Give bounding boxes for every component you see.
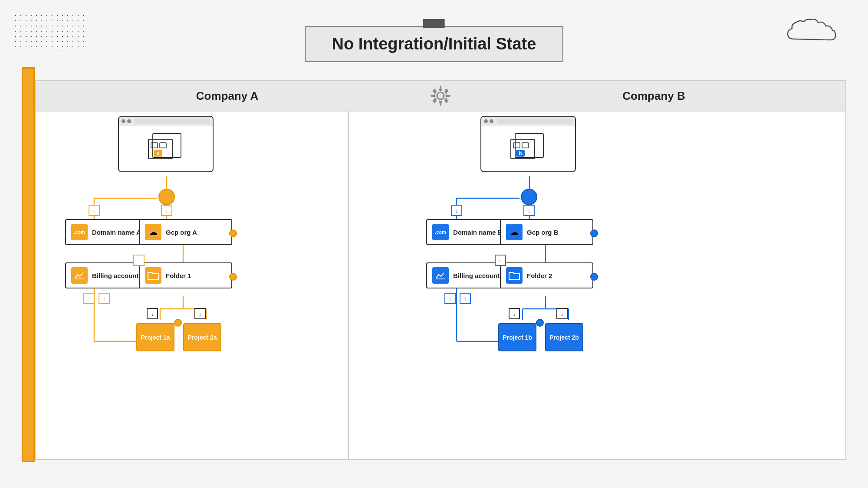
browser-window-b: b xyxy=(480,116,576,172)
svg-rect-46 xyxy=(522,143,529,148)
gcp-org-icon-b: ☁ xyxy=(506,224,523,240)
project-1a-box: Project 1a xyxy=(136,323,174,351)
arrow-up-billing-a1: ↑ xyxy=(83,293,95,304)
arrow-project-2a: ↓ xyxy=(194,308,206,319)
arrow-up-billing-b1: ↑ xyxy=(444,293,456,304)
svg-rect-5 xyxy=(447,95,450,97)
gcp-org-b-box: ☁ Gcp org B xyxy=(500,219,593,245)
gcp-org-a-label: Gcp org A xyxy=(166,229,197,236)
content-area: a ↓ ↓ .com Domain name A ☁ Gcp org A ← xyxy=(36,111,845,459)
header-row: Company A xyxy=(36,81,845,111)
cloud-decoration xyxy=(786,17,842,43)
folder-2-label: Folder 2 xyxy=(527,272,552,279)
folder-icon-b xyxy=(506,267,523,284)
dot-projects-a xyxy=(174,319,182,327)
browser-dot-1-a xyxy=(122,119,125,123)
domain-name-b-label: Domain name B xyxy=(453,229,502,236)
browser-address-b xyxy=(497,119,572,124)
gear-icon xyxy=(430,85,451,107)
domain-icon-b: .com xyxy=(432,224,449,240)
svg-rect-45 xyxy=(513,143,520,148)
svg-rect-4 xyxy=(431,95,434,97)
app-mockup-a: a xyxy=(144,131,187,166)
dot-projects-b xyxy=(536,319,544,327)
arrow-domain-a: ↓ xyxy=(89,205,100,216)
project-1b-box: Project 1b xyxy=(498,323,536,351)
gcp-org-b-label: Gcp org B xyxy=(527,229,559,236)
billing-account-a-label: Billing account A xyxy=(92,272,145,279)
billing-icon-a xyxy=(71,267,88,284)
browser-address-a xyxy=(135,119,210,124)
arrow-domain-b: ↓ xyxy=(451,205,462,216)
arrow-gcp-b: ↓ xyxy=(523,205,535,216)
org-node-b xyxy=(521,189,537,205)
arrow-project-2b: ↓ xyxy=(556,308,568,319)
arrow-project-1b: ↓ xyxy=(509,308,520,319)
folder-2-box: Folder 2 xyxy=(500,262,593,288)
svg-text:b: b xyxy=(519,151,522,157)
svg-rect-39 xyxy=(160,143,166,148)
arrow-folder-a: ← xyxy=(133,255,145,266)
folder-icon-a xyxy=(145,267,161,284)
app-mockup-b: b xyxy=(506,131,550,166)
folder-1-label: Folder 1 xyxy=(166,272,191,279)
gcp-org-a-box: ☁ Gcp org A xyxy=(139,219,232,245)
company-b-header: Company B xyxy=(462,89,845,103)
svg-point-10 xyxy=(437,92,444,99)
billing-account-b-label: Billing account B xyxy=(453,272,506,279)
project-2b-box: Project 2b xyxy=(545,323,583,351)
center-divider xyxy=(348,111,349,459)
arrow-project-1a: ↓ xyxy=(147,308,158,319)
divider-gear xyxy=(419,85,462,107)
dot-gcp-a xyxy=(229,229,237,237)
browser-window-a: a xyxy=(118,116,214,172)
browser-dot-1-b xyxy=(484,119,488,123)
yellow-left-bar xyxy=(22,67,35,462)
domain-name-a-label: Domain name A xyxy=(92,229,141,236)
browser-dot-2-b xyxy=(490,119,493,123)
svg-rect-38 xyxy=(151,143,158,148)
svg-rect-2 xyxy=(440,86,441,90)
dot-pattern-decoration xyxy=(13,13,87,52)
domain-icon-a: .com xyxy=(71,224,88,240)
billing-icon-b xyxy=(432,267,449,284)
arrow-folder-b: ← xyxy=(495,255,506,266)
svg-text:a: a xyxy=(157,151,160,157)
arrow-up-billing-b2: ↑ xyxy=(460,293,471,304)
project-2a-box: Project 2a xyxy=(183,323,221,351)
arrow-gcp-a: ↓ xyxy=(161,205,172,216)
folder-1-box: Folder 1 xyxy=(139,262,232,288)
browser-dot-2-a xyxy=(127,119,131,123)
svg-rect-3 xyxy=(440,102,441,105)
diagram-frame: Company A xyxy=(35,80,846,460)
company-a-header: Company A xyxy=(36,89,419,103)
dot-gcp-b xyxy=(590,229,598,237)
arrow-up-billing-a2: ↑ xyxy=(99,293,110,304)
page-title: No Integration/Initial State xyxy=(305,26,563,62)
dot-folder-a xyxy=(229,273,237,281)
gcp-org-icon-a: ☁ xyxy=(145,224,161,240)
dot-folder-b xyxy=(590,273,598,281)
org-node-a xyxy=(158,189,175,205)
